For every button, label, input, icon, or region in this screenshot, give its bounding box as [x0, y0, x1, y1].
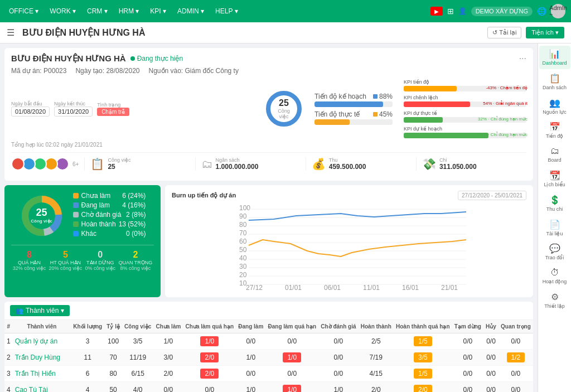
overdue-qua-han: 8 QUÁ HẠN 32% công việc [13, 250, 46, 271]
cell-chua-qh[interactable]: 1/0 [200, 336, 219, 346]
sidebar-label-finance: Thu chi [546, 206, 563, 212]
nav-work[interactable]: WORK ▾ [46, 7, 79, 15]
more-options-icon[interactable]: ··· [519, 54, 526, 64]
cell-qt: 0/0 [511, 337, 521, 345]
globe-icon[interactable]: 🌐 [537, 7, 546, 16]
overdue-qt-label: QUAN TRỌNG [118, 260, 152, 265]
burnup-header: Burn up tiến độ dự án 27/12/2020 - 25/01… [172, 191, 526, 200]
overdue-qh-label: QUÁ HẠN [13, 260, 46, 265]
donut-legend: Chưa làm 6 (24%) Đang làm 4 (16%) Chờ đá… [73, 192, 146, 239]
actual-pct: 45% [379, 110, 393, 118]
grid-icon[interactable]: ⊞ [447, 7, 454, 16]
sidebar-label-dashboard: Dashboard [542, 60, 567, 66]
sidebar-label-calendar: Lịch biểu [544, 182, 565, 188]
nav-help[interactable]: HELP ▾ [212, 7, 241, 15]
tienich-button[interactable]: Tiện ích ▾ [526, 27, 564, 38]
cell-huy: 0/0 [483, 366, 499, 382]
svg-text:90: 90 [239, 212, 247, 220]
stat-value-thu: 459.500.000 [329, 163, 366, 171]
sidebar-item-finance[interactable]: 💲 Thu chi [539, 192, 570, 215]
project-dates: Ngày bắt đầu 01/08/2020 Ngày kết thúc 31… [11, 79, 526, 138]
cell-name[interactable]: Trần Thị Hiền [13, 366, 71, 382]
sidebar-item-progress[interactable]: 📅 Tiến độ [539, 119, 570, 142]
sidebar-item-chat[interactable]: 💬 Trao đổi [539, 240, 570, 264]
col-hoan-qh: Hoàn thành quá hạn [394, 320, 452, 333]
project-status: Đang thực hiện [130, 55, 183, 62]
stat-chi: 💸 Chi 311.050.000 [417, 157, 526, 171]
board-icon: 🗂 [550, 146, 559, 156]
finance-icon: 💲 [549, 195, 560, 205]
cell-hoan-qh[interactable]: 2/0 [414, 385, 432, 392]
table-row: 4 Cao Tú Tài 4 50 4/0 0/0 0/0 1/0 1/0 1/… [4, 382, 533, 393]
dashboard-icon: 📊 [549, 49, 560, 59]
members-button[interactable]: 👥 Thành viên ▾ [10, 305, 70, 316]
cell-tam: 0/0 [452, 333, 483, 350]
cell-qt-wrap: 0/0 [499, 366, 533, 382]
cell-huy: 0/0 [483, 350, 499, 366]
demo-label[interactable]: DEMO XÂY DỰNG [471, 7, 533, 16]
cell-cv: 6/15 [122, 366, 153, 382]
avatar-1 [11, 157, 25, 171]
sidebar-item-settings[interactable]: ⚙ Thiết lập [539, 289, 570, 312]
cell-hoan-qh[interactable]: 3/5 [414, 352, 432, 362]
overdue-qt-num: 2 [118, 250, 152, 260]
sidebar-item-list[interactable]: 📋 Danh sách [539, 70, 570, 94]
task-icon: 📋 [90, 157, 104, 171]
burnup-svg: 100 90 80 70 60 50 40 30 20 10 [172, 204, 526, 290]
sidebar-item-dashboard[interactable]: 📊 Dashboard [539, 46, 570, 69]
nav-hrm[interactable]: HRM ▾ [115, 7, 143, 15]
nav-admin[interactable]: ADMIN ▾ [174, 7, 207, 15]
cell-chua-qh[interactable]: 2/0 [200, 352, 219, 362]
nav-kpi[interactable]: KPI ▾ [147, 7, 170, 15]
nav-office[interactable]: OFFICE ▾ [6, 7, 42, 15]
sidebar-label-settings: Thiết lập [544, 303, 565, 309]
avatar[interactable]: AdmIn ~ [551, 4, 565, 18]
col-num: # [4, 320, 13, 333]
svg-text:70: 70 [239, 229, 247, 237]
sidebar-item-resources[interactable]: 👥 Nguồn lực [539, 95, 570, 118]
col-kl: Khối lượng [71, 320, 104, 333]
sidebar-item-docs[interactable]: 📄 Tài liệu [539, 216, 570, 240]
cell-chua-qh: 0/0 [205, 386, 214, 392]
cell-dang: 1/0 [236, 350, 265, 366]
cell-dang-qh: 0/0 [287, 337, 297, 345]
overdue-td-label: TẠM DỪNG [85, 260, 116, 265]
end-date-label: Ngày kết thúc [54, 101, 93, 107]
sidebar-item-activity[interactable]: ⏱ Hoạt động [539, 265, 570, 288]
income-icon: 💰 [312, 157, 326, 171]
cell-dang-qh[interactable]: 1/0 [283, 352, 301, 362]
cell-qt[interactable]: 1/2 [507, 352, 525, 362]
cell-hoan: 2/5 [359, 333, 394, 350]
user-icon: 👤 [458, 7, 467, 15]
hamburger-icon[interactable]: ☰ [7, 27, 14, 38]
col-cv: Công việc [122, 320, 153, 333]
nav-crm[interactable]: CRM ▾ [84, 7, 111, 15]
progress-circle: 25 Công việc [264, 89, 303, 128]
svg-text:16/01: 16/01 [402, 284, 419, 290]
cell-name[interactable]: Trần Duy Hùng [13, 350, 71, 366]
youtube-icon[interactable]: ▶ [430, 7, 443, 16]
cell-name[interactable]: Cao Tú Tài [13, 382, 71, 393]
legend-dang-lam: Đang làm 4 (16%) [73, 201, 146, 209]
reload-button[interactable]: ↺ Tải lại [487, 27, 521, 38]
sidebar-item-calendar[interactable]: 📆 Lịch biểu [539, 167, 570, 191]
sidebar-item-board[interactable]: 🗂 Board [539, 143, 570, 166]
top-nav: OFFICE ▾ WORK ▾ CRM ▾ HRM ▾ KPI ▾ ADMIN … [0, 0, 571, 22]
cell-dang-qh[interactable]: 1/0 [283, 385, 301, 392]
overdue-htqh-num: 5 [49, 250, 83, 260]
legend-khac: Khác 0 (0%) [73, 230, 146, 238]
cell-tl: 80 [104, 366, 122, 382]
overdue-tam-dung: 0 TẠM DỪNG 0% công việc [85, 250, 116, 271]
stat-nganSach: 🗂 Ngân sách 1.000.000.000 [196, 157, 306, 171]
cell-hoan-qh[interactable]: 1/5 [414, 369, 432, 379]
cell-name[interactable]: Quản lý dự án [13, 333, 71, 350]
cell-num: 4 [4, 382, 13, 393]
cell-qt: 0/0 [511, 386, 521, 392]
cell-hoan-qh[interactable]: 1/5 [414, 336, 432, 346]
end-date-field: Ngày kết thúc 31/10/2020 [54, 101, 93, 117]
col-name: Thành viên [13, 320, 71, 333]
cell-chua-qh[interactable]: 2/0 [200, 369, 219, 379]
activity-icon: ⏱ [550, 268, 559, 278]
stat-label-thu: Thu [329, 157, 366, 163]
start-date-label: Ngày bắt đầu [11, 101, 50, 107]
